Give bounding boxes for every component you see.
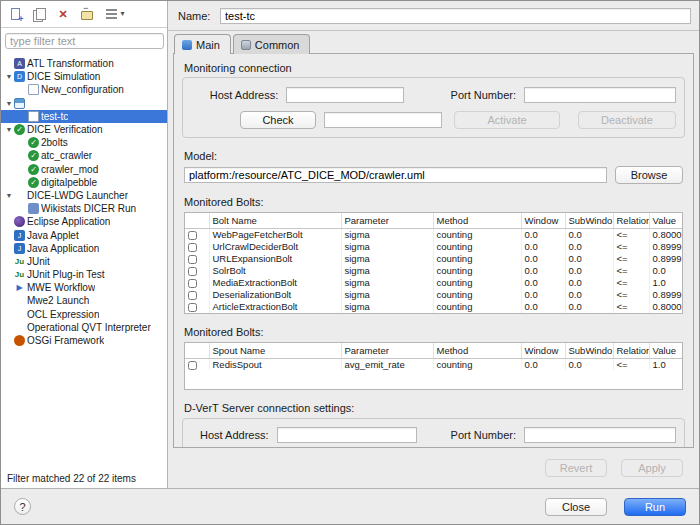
check-button[interactable]: Check — [240, 111, 316, 129]
row-checkbox[interactable] — [188, 279, 197, 288]
dice-simulation-icon — [14, 71, 25, 82]
tree-item-digitalpebble[interactable]: digitalpebble — [1, 176, 167, 189]
revert-button[interactable]: Revert — [545, 459, 607, 477]
row-checkbox[interactable] — [188, 255, 197, 264]
expand-arrow[interactable] — [4, 73, 14, 80]
help-button[interactable]: ? — [14, 498, 31, 515]
model-path-input[interactable] — [184, 167, 607, 183]
table-row[interactable]: URLExpansionBolt sigma counting 0.0 0.0 … — [185, 253, 682, 265]
tree-item-atl-transformation[interactable]: ATL Transformation — [1, 57, 167, 70]
tree-item-mwe2-launch[interactable]: Mwe2 Launch — [1, 294, 167, 307]
collapse-all-button[interactable] — [76, 4, 98, 25]
row-checkbox[interactable] — [188, 243, 197, 252]
table-row[interactable]: ArticleExtractionBolt sigma counting 0.0… — [185, 301, 682, 313]
tree-item-mwe-workflow[interactable]: MWE Workflow — [1, 281, 167, 294]
deactivate-button[interactable]: Deactivate — [578, 111, 676, 129]
tree-item-label: Wikistats DICER Run — [41, 203, 136, 214]
tree-item-junit-plugin-test[interactable]: JUnit Plug-in Test — [1, 268, 167, 281]
tree-item-label: New_configuration — [41, 84, 124, 95]
filter-configurations-button[interactable] — [100, 4, 122, 25]
column-header[interactable]: Parameter — [341, 343, 433, 359]
tree-item-eclipse-application[interactable]: Eclipse Application — [1, 215, 167, 228]
column-header[interactable]: Parameter — [341, 213, 433, 229]
editor-actions: Revert Apply — [545, 459, 683, 477]
row-checkbox[interactable] — [188, 267, 197, 276]
tree-item-osgi-framework[interactable]: OSGi Framework — [1, 334, 167, 347]
column-header[interactable]: Window — [521, 343, 565, 359]
tree-item-dice-lwdg-launcher[interactable]: DICE-LWDG Launcher — [1, 189, 167, 202]
tree-item-crawler-mod[interactable]: crawler_mod — [1, 163, 167, 176]
tree-item-operational-qvt-interpreter[interactable]: Operational QVT Interpreter — [1, 321, 167, 334]
delete-configuration-button[interactable] — [52, 4, 74, 25]
column-header[interactable]: Value — [649, 343, 682, 359]
table-row[interactable]: MediaExtractionBolt sigma counting 0.0 0… — [185, 277, 682, 289]
table-row[interactable]: RedisSpout avg_emit_rate counting 0.0 0.… — [185, 358, 682, 370]
close-button[interactable]: Close — [545, 498, 607, 516]
cell-subwindow: 0.0 — [565, 358, 613, 370]
tree-item-atc-crawler[interactable]: atc_crawler — [1, 149, 167, 162]
tree-item-2bolts[interactable]: 2bolts — [1, 136, 167, 149]
column-header[interactable]: Relation — [613, 343, 649, 359]
filter-input[interactable] — [5, 33, 164, 49]
new-configuration-icon — [11, 8, 20, 20]
table-header-row: Spout Name Parameter Method Window SubWi… — [185, 343, 682, 359]
expand-arrow[interactable] — [4, 100, 14, 107]
separator — [168, 30, 699, 31]
verification-check-icon — [28, 164, 39, 175]
table-row[interactable]: WebPageFetcherBolt sigma counting 0.0 0.… — [185, 229, 682, 241]
row-checkbox[interactable] — [188, 291, 197, 300]
cell-subwindow: 0.0 — [565, 253, 613, 265]
tree-item-new-configuration[interactable]: New_configuration — [1, 83, 167, 96]
tree-item-wikistats-dicer-run[interactable]: Wikistats DICER Run — [1, 202, 167, 215]
column-header[interactable]: Window — [521, 213, 565, 229]
monitoring-port-input[interactable] — [524, 87, 676, 103]
row-checkbox[interactable] — [188, 361, 197, 370]
run-button[interactable]: Run — [624, 498, 686, 516]
table-row[interactable]: DeserializationBolt sigma counting 0.0 0… — [185, 289, 682, 301]
table-row[interactable]: SolrBolt sigma counting 0.0 0.0 <= 0.0 — [185, 265, 682, 277]
check-result-input[interactable] — [324, 112, 442, 128]
tree-item-java-application[interactable]: Java Application — [1, 242, 167, 255]
column-header[interactable]: Method — [433, 213, 521, 229]
tree-item-dice-simulation[interactable]: DICE Simulation — [1, 70, 167, 83]
tab-main[interactable]: Main — [174, 34, 231, 54]
dvert-port-input[interactable] — [524, 427, 676, 443]
cell-value: 1.0 — [649, 358, 682, 370]
browse-button[interactable]: Browse — [615, 166, 683, 184]
column-header[interactable]: Method — [433, 343, 521, 359]
duplicate-configuration-button[interactable] — [28, 4, 50, 25]
column-header[interactable]: Relation — [613, 213, 649, 229]
table-row[interactable]: UrlCrawlDeciderBolt sigma counting 0.0 0… — [185, 241, 682, 253]
tree-item-java-applet[interactable]: Java Applet — [1, 228, 167, 241]
tree-item-test-tc[interactable]: test-tc — [1, 110, 167, 123]
column-header[interactable]: Spout Name — [209, 343, 341, 359]
expand-arrow[interactable] — [4, 126, 14, 133]
new-configuration-button[interactable] — [4, 4, 26, 25]
column-header[interactable]: SubWindo — [565, 213, 613, 229]
column-header[interactable]: Value — [649, 213, 682, 229]
expand-arrow[interactable] — [4, 192, 14, 199]
configuration-editor: Name: Main Common Monitoring connection … — [168, 1, 699, 488]
row-checkbox[interactable] — [188, 303, 197, 312]
dvert-host-input[interactable] — [277, 427, 417, 443]
verification-check-icon — [28, 137, 39, 148]
activate-button[interactable]: Activate — [454, 111, 560, 129]
row-checkbox[interactable] — [188, 231, 197, 240]
tree-item-junit[interactable]: JUnit — [1, 255, 167, 268]
tree-item-label: ATL Transformation — [27, 58, 114, 69]
column-header[interactable]: SubWindo — [565, 343, 613, 359]
column-header[interactable]: Bolt Name — [209, 213, 341, 229]
tree-item-launch-group[interactable] — [1, 97, 167, 110]
cell-method: counting — [433, 241, 521, 253]
name-input[interactable] — [220, 8, 691, 24]
tab-common[interactable]: Common — [233, 34, 311, 54]
apply-button[interactable]: Apply — [621, 459, 683, 477]
tree-item-dice-verification[interactable]: DICE Verification — [1, 123, 167, 136]
tree-item-label: MWE Workflow — [27, 282, 95, 293]
cell-method: counting — [433, 229, 521, 241]
cell-relation: <= — [613, 253, 649, 265]
tree-item-ocl-expression[interactable]: OCL Expression — [1, 308, 167, 321]
cell-window: 0.0 — [521, 277, 565, 289]
cell-subwindow: 0.0 — [565, 277, 613, 289]
monitoring-host-input[interactable] — [286, 87, 404, 103]
